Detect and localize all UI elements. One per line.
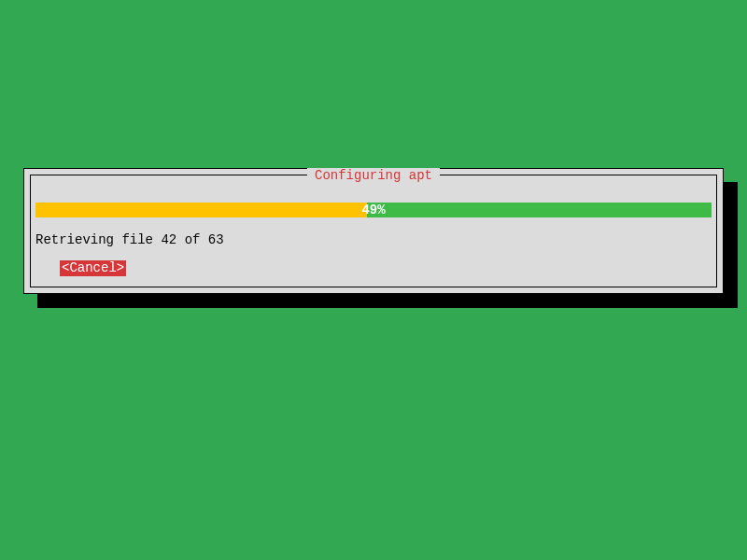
- progress-bar: 49%: [35, 203, 712, 217]
- status-text: Retrieving file 42 of 63: [35, 232, 224, 248]
- configuring-apt-dialog: Configuring apt 49% Retrieving file 42 o…: [23, 168, 724, 294]
- dialog-title: Configuring apt: [307, 168, 440, 184]
- cancel-button[interactable]: <Cancel>: [60, 260, 126, 276]
- progress-bar-label: 49%: [35, 203, 712, 217]
- dialog-border: Configuring apt: [30, 175, 717, 287]
